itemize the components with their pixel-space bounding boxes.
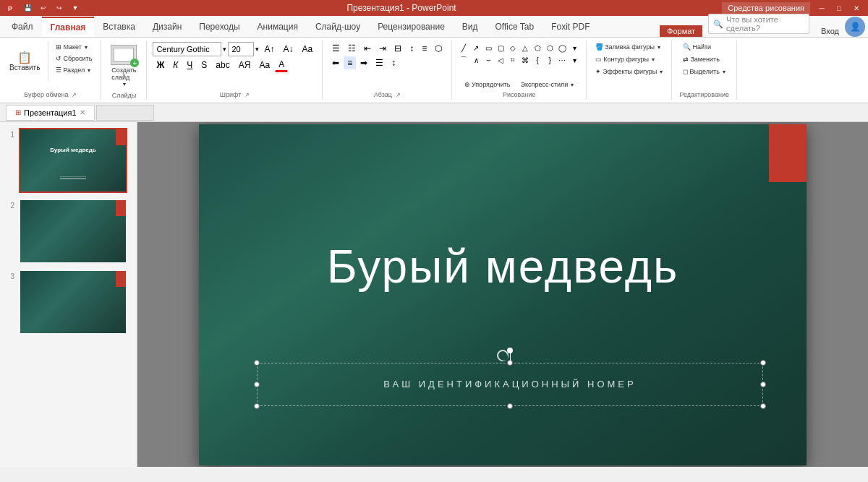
shape-hexagon[interactable]: ⬡ bbox=[544, 42, 556, 53]
shape-outline-btn[interactable]: ▭ Контур фигуры ▾ bbox=[592, 54, 658, 64]
tab-transitions[interactable]: Переходы bbox=[190, 17, 248, 37]
paragraph-expand[interactable]: ↗ bbox=[396, 92, 401, 98]
slide-item-2[interactable]: 2 bbox=[4, 199, 132, 264]
login-btn[interactable]: Вход bbox=[815, 25, 845, 37]
shape-6[interactable]: ⌗ bbox=[507, 54, 519, 66]
font-size-input[interactable] bbox=[228, 42, 254, 56]
bullets-btn[interactable]: ☰ bbox=[328, 42, 344, 55]
decrease-font-btn[interactable]: A↓ bbox=[279, 43, 297, 56]
shapes-more-btn[interactable]: ▾ bbox=[569, 42, 580, 53]
underline-btn[interactable]: Ч bbox=[183, 59, 196, 72]
tab-insert[interactable]: Вставка bbox=[94, 17, 144, 37]
font-expand[interactable]: ↗ bbox=[244, 92, 250, 98]
slide-canvas[interactable]: Бурый медведь ВАШ ИДЕНТИФИКАЦИОННЫЙ НОМЕ… bbox=[199, 124, 807, 465]
replace-btn[interactable]: ⇄ Заменить bbox=[680, 54, 722, 64]
tab-home[interactable]: Главная bbox=[42, 17, 95, 37]
text-align-vert-btn[interactable]: ≡ bbox=[418, 42, 430, 55]
numbering-btn[interactable]: ☷ bbox=[344, 42, 359, 55]
handle-top-middle[interactable] bbox=[507, 360, 513, 366]
shape-rounded-rect[interactable]: ▢ bbox=[495, 42, 506, 53]
select-btn[interactable]: ◻ Выделить ▾ bbox=[680, 66, 728, 77]
new-slide-btn[interactable]: + Создатьслайд ▾ bbox=[107, 42, 140, 90]
quick-styles-btn[interactable]: Экспресс-стили ▾ bbox=[518, 79, 577, 90]
clipboard-expand[interactable]: ↗ bbox=[72, 92, 77, 98]
indent-increase-btn[interactable]: ⇥ bbox=[375, 42, 390, 55]
slide-thumb-3[interactable] bbox=[19, 270, 127, 335]
shape-4[interactable]: ⌣ bbox=[482, 54, 494, 66]
font-name-dropdown[interactable]: ▾ bbox=[223, 46, 226, 53]
increase-font-btn[interactable]: A↑ bbox=[260, 43, 278, 56]
font-size-dropdown[interactable]: ▾ bbox=[255, 46, 259, 53]
align-right-btn[interactable]: ➡ bbox=[357, 56, 371, 69]
bold-btn[interactable]: Ж bbox=[153, 59, 168, 72]
spacing-btn[interactable]: AЯ bbox=[235, 59, 255, 72]
handle-top-left[interactable] bbox=[254, 360, 260, 366]
handle-bottom-middle[interactable] bbox=[507, 403, 513, 409]
tab-view[interactable]: Вид bbox=[454, 17, 487, 37]
tab-foxitpdf[interactable]: Foxit PDF bbox=[542, 17, 598, 37]
doc-tab-close[interactable]: ✕ bbox=[80, 108, 85, 116]
shape-fill-btn[interactable]: 🪣 Заливка фигуры ▾ bbox=[592, 42, 663, 52]
text-direction-btn[interactable]: ↕ bbox=[406, 42, 417, 55]
doc-tab-presentation[interactable]: ⊞ Презентация1 ✕ bbox=[6, 105, 95, 121]
shape-10[interactable]: ⋯ bbox=[556, 54, 568, 66]
strikethrough-btn[interactable]: S bbox=[197, 59, 210, 72]
handle-bottom-left[interactable] bbox=[254, 403, 260, 409]
tab-review[interactable]: Рецензирование bbox=[369, 17, 454, 37]
slide-textbox[interactable]: ВАШ ИДЕНТИФИКАЦИОННЫЙ НОМЕР bbox=[257, 363, 763, 406]
arrange-btn[interactable]: ⊕ Упорядочить bbox=[461, 79, 514, 90]
italic-btn[interactable]: К bbox=[169, 59, 182, 72]
tab-officetab[interactable]: Office Tab bbox=[487, 17, 543, 37]
textbox-content[interactable]: ВАШ ИДЕНТИФИКАЦИОННЫЙ НОМЕР bbox=[383, 379, 636, 390]
slide-thumb-1[interactable]: Бурый медведь —————— bbox=[19, 128, 127, 193]
shapes-scroll-btn[interactable]: ▾ bbox=[569, 54, 580, 66]
shape-5[interactable]: ◁ bbox=[495, 54, 506, 66]
shape-oval[interactable]: ◯ bbox=[556, 42, 568, 53]
shape-3[interactable]: ∧ bbox=[470, 54, 482, 66]
tab-file[interactable]: Файл bbox=[3, 17, 42, 37]
handle-bottom-right[interactable] bbox=[760, 403, 766, 409]
canvas-area[interactable]: Бурый медведь ВАШ ИДЕНТИФИКАЦИОННЫЙ НОМЕ… bbox=[137, 122, 868, 467]
shape-8[interactable]: { bbox=[532, 54, 543, 66]
shape-7[interactable]: ⌘ bbox=[519, 54, 531, 66]
slide-item-1[interactable]: 1 Бурый медведь —————— bbox=[4, 128, 132, 193]
tab-format[interactable]: Формат bbox=[660, 25, 702, 37]
search-box[interactable]: 🔍 Что вы хотите сделать? bbox=[708, 14, 809, 34]
handle-middle-left[interactable] bbox=[254, 382, 260, 387]
shape-9[interactable]: } bbox=[544, 54, 556, 66]
slide-thumb-2[interactable] bbox=[19, 199, 127, 264]
clear-format-btn[interactable]: Aa bbox=[298, 43, 316, 56]
reset-btn[interactable]: ↺ Сбросить bbox=[53, 53, 95, 64]
shape-effects-btn[interactable]: ✦ Эффекты фигуры ▾ bbox=[592, 66, 665, 77]
shadow-btn[interactable]: abc bbox=[212, 59, 233, 72]
font-name-input[interactable] bbox=[153, 42, 221, 56]
slide-item-3[interactable]: 3 bbox=[4, 270, 132, 335]
shape-rect[interactable]: ▭ bbox=[482, 42, 494, 53]
case-btn[interactable]: Аа bbox=[255, 59, 273, 72]
slide-main-title[interactable]: Бурый медведь bbox=[199, 240, 807, 293]
tab-design[interactable]: Дизайн bbox=[144, 17, 190, 37]
shape-diamond[interactable]: ◇ bbox=[507, 42, 519, 53]
section-btn[interactable]: ☰ Раздел ▾ bbox=[53, 65, 95, 75]
convert-to-smartart-btn[interactable]: ⬡ bbox=[431, 42, 446, 55]
shape-2[interactable]: ⌒ bbox=[458, 54, 469, 66]
user-avatar[interactable]: 👤 bbox=[845, 17, 865, 37]
handle-top-right[interactable] bbox=[760, 360, 766, 366]
layout-btn[interactable]: ⊞ Макет ▾ bbox=[53, 42, 95, 52]
align-center-btn[interactable]: ≡ bbox=[344, 56, 356, 69]
shape-arrow[interactable]: ↗ bbox=[470, 42, 482, 53]
tab-animations[interactable]: Анимация bbox=[249, 17, 307, 37]
font-color-btn[interactable]: A bbox=[275, 58, 288, 72]
align-left-btn[interactable]: ⬅ bbox=[328, 56, 343, 69]
shape-pentagon[interactable]: ⬠ bbox=[532, 42, 543, 53]
handle-middle-right[interactable] bbox=[760, 382, 766, 387]
line-spacing-btn[interactable]: ↕ bbox=[388, 56, 399, 69]
shape-triangle[interactable]: △ bbox=[519, 42, 531, 53]
paste-btn[interactable]: 📋 Вставить bbox=[6, 42, 43, 82]
indent-decrease-btn[interactable]: ⇤ bbox=[360, 42, 375, 55]
rotate-handle[interactable] bbox=[507, 348, 513, 353]
columns-btn[interactable]: ⊟ bbox=[391, 42, 405, 55]
tab-slideshow[interactable]: Слайд-шоу bbox=[307, 17, 369, 37]
shape-line[interactable]: ╱ bbox=[458, 42, 469, 53]
find-btn[interactable]: 🔍 Найти bbox=[680, 42, 714, 52]
